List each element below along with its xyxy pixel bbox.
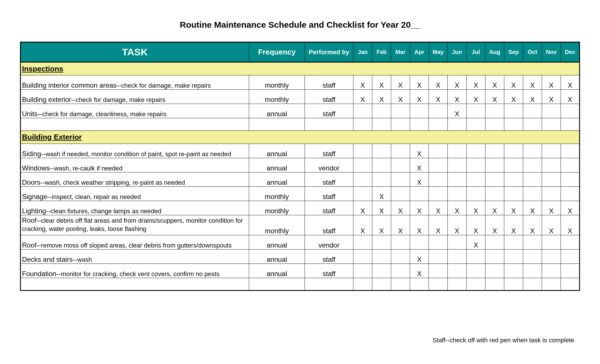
month-cell [504, 144, 523, 158]
task-lead: Signage-- [22, 193, 52, 200]
col-month: Sep [504, 42, 523, 62]
month-cell: X [410, 144, 429, 158]
month-cell: X [372, 215, 391, 235]
month-cell [467, 264, 485, 278]
task-lead: Siding-- [22, 150, 46, 158]
month-cell [485, 187, 504, 201]
month-cell: X [561, 90, 580, 104]
blank-cell [485, 278, 504, 291]
month-cell [523, 235, 542, 250]
table-row: Siding--wash if needed, monitor conditio… [21, 144, 580, 158]
month-cell: X [467, 215, 485, 235]
month-cell [372, 144, 391, 158]
month-cell [353, 250, 372, 264]
month-cell [372, 158, 391, 172]
task-detail: clear debris off flat areas and from dra… [22, 217, 243, 232]
month-cell [372, 172, 391, 187]
page-title: Routine Maintenance Schedule and Checkli… [20, 20, 580, 30]
frequency-cell: monthly [249, 75, 305, 90]
month-cell: X [353, 201, 372, 215]
month-cell [561, 264, 580, 278]
blank-cell [391, 118, 410, 131]
performed-by-cell: vendor [305, 158, 353, 172]
performed-by-cell: staff [305, 75, 353, 90]
month-cell [448, 158, 467, 172]
task-detail: wash, re-caulk if needed [54, 165, 122, 172]
month-cell [523, 187, 542, 201]
blank-cell [485, 118, 504, 131]
month-cell: X [429, 75, 448, 90]
performed-by-cell: staff [305, 201, 353, 215]
month-cell: X [391, 90, 410, 104]
month-cell [485, 264, 504, 278]
frequency-cell: monthly [249, 90, 305, 104]
performed-by-cell: staff [305, 172, 353, 187]
col-task: TASK [21, 42, 249, 62]
month-cell [372, 104, 391, 118]
month-cell [372, 264, 391, 278]
month-cell: X [391, 201, 410, 215]
task-detail: check for damage, make repairs [121, 82, 211, 89]
month-cell: X [372, 201, 391, 215]
performed-by-cell: staff [305, 144, 353, 158]
blank-cell [448, 118, 467, 131]
performed-by-cell: staff [305, 264, 353, 278]
month-cell [467, 144, 485, 158]
month-cell [391, 187, 410, 201]
month-cell: X [523, 201, 542, 215]
blank-cell [429, 278, 448, 291]
month-cell: X [542, 90, 561, 104]
month-cell: X [561, 75, 580, 90]
frequency-cell: annual [249, 235, 305, 250]
month-cell [542, 144, 561, 158]
task-cell: Building exterior--check for damage, mak… [21, 90, 249, 104]
task-cell: Doors--wash, check weather stripping, re… [21, 172, 249, 187]
blank-cell [410, 118, 429, 131]
task-cell: Decks and stairs--wash [21, 250, 249, 264]
blank-cell [561, 278, 580, 291]
table-row: Building exterior--check for damage, mak… [21, 90, 580, 104]
month-cell [429, 187, 448, 201]
month-cell: X [542, 215, 561, 235]
task-lead: Roof-- [22, 241, 41, 249]
month-cell [448, 172, 467, 187]
month-cell [467, 104, 485, 118]
month-cell: X [467, 90, 485, 104]
month-cell [504, 250, 523, 264]
month-cell: X [410, 201, 429, 215]
blank-cell [372, 118, 391, 131]
month-cell: X [410, 172, 429, 187]
month-cell: X [561, 215, 580, 235]
blank-cell [305, 118, 353, 131]
blank-cell [467, 278, 485, 291]
month-cell [448, 144, 467, 158]
task-cell: Signage--inspect, clean, repair as neede… [21, 187, 249, 201]
task-lead: Building exterior-- [22, 96, 76, 103]
task-detail: check for damage, cleanliness, make repa… [42, 110, 167, 118]
month-cell [353, 104, 372, 118]
month-cell [504, 187, 523, 201]
blank-cell [21, 278, 249, 291]
month-cell: X [485, 201, 504, 215]
month-cell [467, 158, 485, 172]
month-cell [561, 235, 580, 250]
month-cell [391, 235, 410, 250]
month-cell [448, 250, 467, 264]
month-cell [504, 158, 523, 172]
month-cell: X [391, 75, 410, 90]
blank-cell [561, 118, 580, 131]
month-cell: X [448, 75, 467, 90]
frequency-cell: annual [249, 158, 305, 172]
month-cell [523, 250, 542, 264]
task-lead: Lighting-- [22, 207, 51, 215]
month-cell: X [448, 215, 467, 235]
month-cell [391, 144, 410, 158]
table-row: Lighting--clean fixtures, change lamps a… [21, 201, 580, 215]
month-cell [391, 264, 410, 278]
month-cell: X [542, 75, 561, 90]
table-row: Foundation--monitor for cracking, check … [21, 264, 580, 278]
table-body: InspectionsBuilding interior common area… [21, 62, 580, 291]
month-cell [353, 172, 372, 187]
blank-cell [305, 278, 353, 291]
month-cell [353, 187, 372, 201]
